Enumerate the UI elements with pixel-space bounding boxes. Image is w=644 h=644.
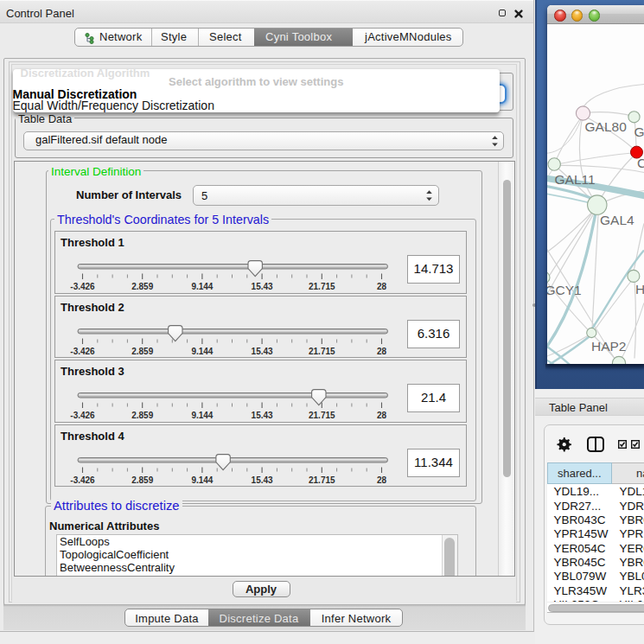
svg-text:GA: GA	[634, 124, 644, 139]
svg-text:15.43: 15.43	[251, 411, 272, 420]
svg-text:-3.426: -3.426	[70, 282, 95, 291]
svg-text:GCY1: GCY1	[547, 282, 582, 296]
svg-text:15.43: 15.43	[251, 475, 272, 485]
svg-text:2.859: 2.859	[131, 347, 153, 356]
svg-text:HI: HI	[635, 281, 644, 296]
svg-text:9.144: 9.144	[191, 411, 213, 420]
svg-text:9.144: 9.144	[191, 282, 213, 291]
svg-text:HAP2: HAP2	[591, 339, 627, 354]
svg-text:28: 28	[376, 347, 386, 356]
svg-text:9.144: 9.144	[191, 475, 213, 485]
svg-text:9.144: 9.144	[191, 347, 213, 356]
svg-text:-3.426: -3.426	[70, 475, 95, 485]
svg-text:GAL11: GAL11	[555, 172, 596, 187]
svg-text:2.859: 2.859	[131, 282, 153, 291]
svg-text:GAL4: GAL4	[600, 213, 634, 227]
svg-text:-3.426: -3.426	[70, 347, 95, 356]
svg-text:GAL80: GAL80	[585, 118, 628, 133]
svg-text:28: 28	[376, 475, 386, 485]
svg-text:21.715: 21.715	[309, 347, 335, 356]
svg-text:15.43: 15.43	[251, 347, 272, 356]
svg-text:21.715: 21.715	[309, 411, 335, 420]
svg-text:21.715: 21.715	[309, 282, 335, 291]
svg-text:28: 28	[376, 411, 386, 420]
svg-text:21.715: 21.715	[309, 475, 335, 485]
svg-text:2.859: 2.859	[131, 475, 153, 485]
svg-text:-3.426: -3.426	[70, 411, 95, 420]
svg-text:2.859: 2.859	[131, 411, 153, 420]
svg-text:28: 28	[376, 282, 386, 291]
svg-text:15.43: 15.43	[251, 282, 272, 291]
svg-text:CD: CD	[637, 156, 644, 170]
